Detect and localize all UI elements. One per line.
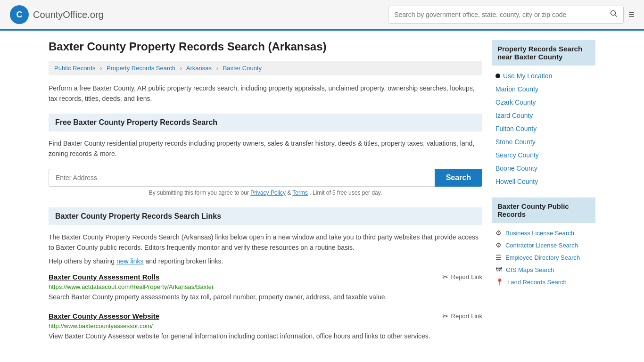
global-search-bar[interactable] — [388, 6, 624, 24]
breadcrumb-sep-3: › — [216, 65, 218, 72]
report-link-1[interactable]: ✂ Report Link — [442, 272, 482, 281]
gis-maps-link[interactable]: GIS Maps Search — [506, 266, 554, 273]
intro-text: Perform a free Baxter County, AR public … — [49, 83, 482, 104]
land-records-link[interactable]: Land Records Search — [507, 279, 567, 286]
help-text-after: and reporting broken links. — [145, 257, 223, 265]
fulton-county-link[interactable]: Fulton County — [495, 125, 537, 132]
sidebar: Property Records Search near Baxter Coun… — [492, 40, 595, 351]
link-item-2-header: Baxter County Assessor Website ✂ Report … — [49, 312, 482, 321]
breadcrumb-property-records-search[interactable]: Property Records Search — [107, 65, 175, 72]
page-title: Baxter County Property Records Search (A… — [49, 40, 482, 53]
free-search-description: Find Baxter County residential property … — [49, 138, 482, 159]
business-license-icon: ⚙ — [495, 229, 502, 237]
help-text-before: Help others by sharing — [49, 257, 116, 265]
new-links-link[interactable]: new links — [116, 257, 144, 265]
sidebar-item-boone[interactable]: Boone County — [492, 162, 595, 175]
logo-text: CountyOffice.org — [33, 9, 104, 20]
links-intro-text: The Baxter County Property Records Searc… — [49, 232, 482, 253]
howell-county-link[interactable]: Howell County — [495, 178, 538, 185]
sidebar-public-records-title: Baxter County Public Records — [492, 197, 595, 223]
link-desc-1: Search Baxter County property assessment… — [49, 292, 482, 302]
search-icon — [610, 10, 618, 17]
svg-line-3 — [615, 15, 617, 17]
link-item-2: Baxter County Assessor Website ✂ Report … — [49, 312, 482, 341]
report-icon-1: ✂ — [442, 272, 448, 281]
address-search-wrap: Search By submitting this form you agree… — [49, 169, 482, 196]
sidebar-item-stone[interactable]: Stone County — [492, 135, 595, 148]
link-url-1: https://www.actdatascout.com/RealPropert… — [49, 283, 482, 290]
sidebar-gis-maps[interactable]: 🗺 GIS Maps Search — [492, 263, 595, 276]
location-dot-icon — [495, 74, 500, 78]
address-input[interactable] — [49, 169, 435, 187]
links-section: Baxter County Property Records Search Li… — [49, 207, 482, 342]
logo-area: C CountyOffice.org — [9, 5, 104, 25]
link-desc-2: View Baxter County Assessor website for … — [49, 331, 482, 341]
link-item-1: Baxter County Assessment Rolls ✂ Report … — [49, 272, 482, 302]
logo-icon: C — [9, 5, 29, 25]
sidebar-item-fulton[interactable]: Fulton County — [492, 122, 595, 135]
hamburger-menu-icon[interactable]: ≡ — [628, 8, 635, 21]
link-item-1-title: Baxter County Assessment Rolls — [49, 273, 159, 281]
contractor-license-link[interactable]: Contractor License Search — [505, 242, 578, 249]
svg-point-2 — [611, 11, 616, 16]
sidebar-nearby-title: Property Records Search near Baxter Coun… — [492, 40, 595, 66]
sidebar-item-ozark[interactable]: Ozark County — [492, 96, 595, 109]
business-license-link[interactable]: Business License Search — [505, 230, 574, 237]
privacy-policy-link[interactable]: Privacy Policy — [250, 189, 286, 196]
form-note: By submitting this form you agree to our… — [49, 189, 482, 196]
breadcrumb-arkansas[interactable]: Arkansas — [186, 65, 212, 72]
global-search-button[interactable] — [604, 6, 623, 23]
breadcrumb-baxter-county[interactable]: Baxter County — [223, 65, 262, 72]
breadcrumb-sep-2: › — [180, 65, 182, 72]
address-search-form: Search — [49, 169, 482, 187]
form-note-after: . Limit of 5 free uses per day. — [309, 189, 382, 196]
form-note-and: & — [287, 189, 292, 196]
boone-county-link[interactable]: Boone County — [495, 165, 537, 172]
sidebar-land-records[interactable]: 📍 Land Records Search — [492, 276, 595, 288]
sidebar-nearby-section: Property Records Search near Baxter Coun… — [492, 40, 595, 188]
sidebar-business-license[interactable]: ⚙ Business License Search — [492, 227, 595, 239]
main-content: Baxter County Property Records Search (A… — [49, 40, 482, 351]
sidebar-item-izard[interactable]: Izard County — [492, 109, 595, 122]
sidebar-item-howell[interactable]: Howell County — [492, 175, 595, 188]
link-item-2-anchor[interactable]: Baxter County Assessor Website — [49, 312, 159, 320]
employee-directory-link[interactable]: Employee Directory Search — [505, 254, 580, 261]
breadcrumb-public-records[interactable]: Public Records — [54, 65, 95, 72]
form-note-before: By submitting this form you agree to our — [149, 189, 250, 196]
land-records-icon: 📍 — [495, 278, 504, 286]
link-item-2-title: Baxter County Assessor Website — [49, 312, 159, 320]
sidebar-item-marion[interactable]: Marion County — [492, 82, 595, 96]
svg-text:C: C — [17, 10, 23, 19]
searcy-county-link[interactable]: Searcy County — [495, 151, 539, 159]
breadcrumb-sep-1: › — [100, 65, 102, 72]
link-item-1-anchor[interactable]: Baxter County Assessment Rolls — [49, 273, 159, 281]
header-right: ≡ — [388, 6, 635, 24]
izard-county-link[interactable]: Izard County — [495, 112, 533, 119]
sidebar-use-location[interactable]: Use My Location — [492, 69, 595, 82]
report-link-2[interactable]: ✂ Report Link — [442, 312, 482, 321]
free-search-heading: Free Baxter County Property Records Sear… — [49, 114, 482, 132]
links-section-heading: Baxter County Property Records Search Li… — [49, 207, 482, 225]
gis-maps-icon: 🗺 — [495, 266, 502, 273]
stone-county-link[interactable]: Stone County — [495, 138, 536, 146]
report-icon-2: ✂ — [442, 312, 448, 321]
employee-directory-icon: ☰ — [495, 254, 502, 261]
use-location-link[interactable]: Use My Location — [503, 72, 552, 80]
sidebar-employee-directory[interactable]: ☰ Employee Directory Search — [492, 251, 595, 263]
sidebar-contractor-license[interactable]: ⚙ Contractor License Search — [492, 239, 595, 251]
sidebar-public-records-section: Baxter County Public Records ⚙ Business … — [492, 197, 595, 288]
global-search-input[interactable] — [388, 7, 604, 22]
link-url-2: http://www.baxtercountyassessor.com/ — [49, 322, 482, 329]
contractor-license-icon: ⚙ — [495, 241, 502, 249]
sidebar-item-searcy[interactable]: Searcy County — [492, 148, 595, 162]
breadcrumb: Public Records › Property Records Search… — [49, 61, 482, 75]
main-container: Baxter County Property Records Search (A… — [39, 31, 605, 360]
marion-county-link[interactable]: Marion County — [495, 85, 538, 93]
link-item-1-header: Baxter County Assessment Rolls ✂ Report … — [49, 272, 482, 281]
address-search-button[interactable]: Search — [435, 169, 482, 187]
help-text: Help others by sharing new links and rep… — [49, 257, 482, 265]
report-label-1: Report Link — [451, 273, 482, 280]
ozark-county-link[interactable]: Ozark County — [495, 99, 536, 106]
site-header: C CountyOffice.org ≡ — [0, 0, 644, 31]
terms-link[interactable]: Terms — [292, 189, 308, 196]
